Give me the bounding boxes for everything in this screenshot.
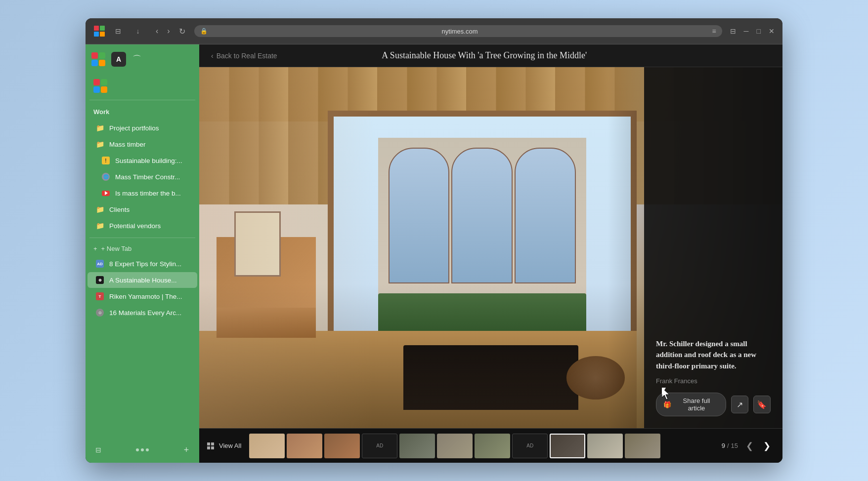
bookmark-yellow-icon: ! [101, 156, 110, 165]
sidebar-item-is-mass-timber[interactable]: Is mass timber the b... [87, 185, 197, 201]
image-viewer: Mr. Schiller designed a small addition a… [199, 67, 782, 428]
url-text: nytimes.com [212, 28, 708, 35]
reload-button[interactable]: ↻ [176, 26, 188, 37]
image-nav-buttons: ❮ ❯ [742, 439, 775, 453]
gift-icon: 🎁 [663, 401, 671, 408]
sidebar-item-clients[interactable]: 📁 Clients [87, 201, 197, 217]
share-icon-button[interactable]: ↗ [731, 396, 748, 413]
thumbnails-container: AD AD [249, 434, 717, 458]
sidebar-item-clients-label: Clients [109, 206, 189, 213]
sidebar-item-label: Project portfolios [109, 124, 189, 132]
bookmark-button[interactable]: 🔖 [753, 396, 771, 413]
tab-expert-tips-label: 8 Expert Tips for Stylin... [109, 260, 189, 268]
tab-favicon-nyt: ⊕ [95, 276, 104, 284]
forward-button[interactable]: › [164, 26, 173, 37]
browser-chrome: ⊟ ↓ ‹ › ↻ 🔒 nytimes.com ≡ ⊟ ─ □ ✕ [86, 18, 782, 44]
maximize-button[interactable]: □ [755, 25, 763, 37]
close-button[interactable]: ✕ [767, 25, 777, 37]
sidebar-tab-sustainable-house[interactable]: ⊕ A Sustainable House... [87, 272, 197, 288]
tab-sustainable-house-label: A Sustainable House... [109, 277, 189, 284]
folder-icon: 📁 [95, 123, 104, 132]
thumbnail-2[interactable] [287, 434, 322, 458]
sidebar-item-vendors-label: Potential vendors [109, 222, 189, 230]
lock-icon: 🔒 [200, 28, 208, 35]
thumbnail-ad-2[interactable]: AD [512, 434, 548, 458]
new-tab-button[interactable]: + + New Tab [86, 242, 199, 255]
thumbnail-strip: View All AD AD [199, 428, 782, 463]
view-all-button[interactable]: View All [207, 442, 245, 449]
next-image-button[interactable]: ❯ [759, 439, 775, 453]
sidebar-content: Work 📁 Project portfolios 📁 Mass timber … [86, 102, 199, 437]
app-icon-arc[interactable]: ⌒ [130, 52, 144, 66]
sidebar-footer: ⊟ + [86, 437, 199, 463]
thumbnail-6[interactable] [437, 434, 473, 458]
side-info-panel: Mr. Schiller designed a small addition a… [644, 67, 782, 428]
image-caption: Mr. Schiller designed a small addition a… [656, 338, 771, 372]
thumbnail-10[interactable] [587, 434, 623, 458]
sidebar-section-label: Work [86, 106, 199, 120]
sidebar-item-mass-timber[interactable]: 📁 Mass timber [87, 136, 197, 152]
split-view-button[interactable]: ⊟ [728, 25, 738, 37]
add-tab-footer-button[interactable]: + [177, 441, 195, 459]
new-tab-label: + New Tab [101, 245, 132, 252]
thumbnail-1[interactable] [249, 434, 285, 458]
sidebar-toggle-btn[interactable]: ⊟ [109, 22, 127, 40]
thumbnail-ad-1[interactable]: AD [362, 434, 397, 458]
folder-icon-clients: 📁 [95, 205, 104, 214]
is-mass-timber-label: Is mass timber the b... [115, 190, 189, 197]
thumbnail-11[interactable] [625, 434, 660, 458]
page-count: 9 / 15 [722, 442, 738, 449]
bookmark-icon: 🔖 [757, 400, 767, 409]
sidebar-item-mass-timber-constr[interactable]: 🌐 Mass Timber Constr... [87, 169, 197, 185]
thumbnail-7[interactable] [475, 434, 510, 458]
share-label: Share full article [674, 397, 719, 412]
back-link[interactable]: ‹ Back to Real Estate [211, 52, 277, 60]
total-pages: 15 [731, 442, 738, 449]
prev-image-button[interactable]: ❮ [742, 439, 757, 453]
thumbnail-5[interactable] [399, 434, 435, 458]
mass-timber-constr-label: Mass Timber Constr... [115, 173, 189, 181]
tab-favicon-materials: ⊙ [95, 308, 104, 317]
sidebar-tab-riken-yamamoto[interactable]: T Riken Yamamoto | The... [87, 288, 197, 304]
sidebar-tab-8-expert-tips[interactable]: AD 8 Expert Tips for Stylin... [87, 256, 197, 272]
back-chevron-icon: ‹ [211, 52, 214, 60]
content-area: ‹ Back to Real Estate A Sustainable Hous… [199, 44, 782, 463]
back-button[interactable]: ‹ [153, 26, 161, 37]
thumbnail-9-active[interactable] [550, 434, 585, 458]
mouse-cursor [662, 388, 672, 400]
thumbnail-3[interactable] [324, 434, 360, 458]
minimize-button[interactable]: ─ [742, 25, 751, 37]
app-icon-a[interactable]: A [111, 52, 126, 67]
app-icon-rainbow[interactable] [91, 77, 109, 95]
globe-gray-icon: 🌐 [101, 172, 110, 181]
download-icon[interactable]: ↓ [129, 22, 147, 40]
article-header: ‹ Back to Real Estate A Sustainable Hous… [199, 44, 782, 67]
sustainable-building-label: Sustainable building:... [115, 157, 189, 164]
sidebar-item-potential-vendors[interactable]: 📁 Potential vendors [87, 218, 197, 234]
youtube-icon [101, 189, 110, 198]
tab-favicon-expert: AD [95, 259, 104, 268]
article-title: A Sustainable House With 'a Tree Growing… [382, 50, 587, 61]
address-bar[interactable]: 🔒 nytimes.com ≡ [194, 25, 722, 37]
sidebar-collapse-button[interactable]: ⊟ [89, 441, 107, 459]
svg-marker-0 [662, 388, 669, 400]
windows-icon[interactable] [91, 23, 107, 39]
tab-riken-label: Riken Yamamoto | The... [109, 293, 189, 300]
sidebar: A ⌒ Work 📁 [86, 44, 199, 463]
sidebar-item-project-portfolios[interactable]: 📁 Project portfolios [87, 120, 197, 136]
page-separator: / [727, 442, 729, 449]
current-page: 9 [722, 442, 725, 449]
grid-view-icon [207, 442, 216, 449]
folder-icon-vendors: 📁 [95, 221, 104, 230]
view-all-label: View All [219, 442, 241, 449]
sidebar-tab-16-materials[interactable]: ⊙ 16 Materials Every Arc... [87, 305, 197, 321]
sidebar-item-sustainable-building[interactable]: ! Sustainable building:... [87, 153, 197, 168]
article-actions: 🎁 Share full article ↗ 🔖 [656, 393, 771, 416]
app-icon-colorful[interactable] [89, 50, 107, 68]
folder-icon-mass-timber: 📁 [95, 140, 104, 149]
share-arrow-icon: ↗ [737, 400, 743, 409]
address-options[interactable]: ≡ [712, 27, 716, 35]
image-credit: Frank Frances [656, 377, 771, 385]
tab-materials-label: 16 Materials Every Arc... [109, 309, 189, 317]
sidebar-item-mass-timber-label: Mass timber [109, 141, 189, 148]
